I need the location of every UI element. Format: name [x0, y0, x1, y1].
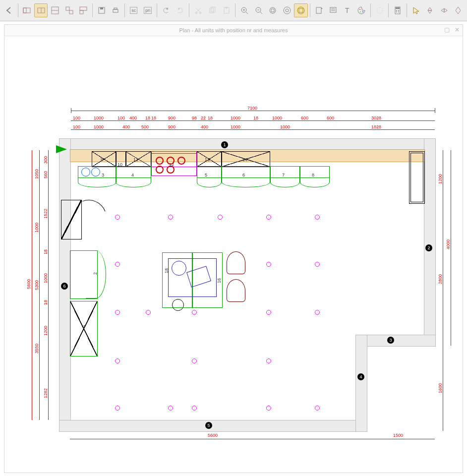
dim-left-overall: [32, 150, 32, 420]
plan-canvas[interactable]: 1 2 3 4 5 6: [4, 36, 463, 473]
svg-rect-32: [299, 8, 303, 12]
plan-window: Plan - All units with position nr and me…: [4, 24, 463, 473]
light3-button[interactable]: [451, 3, 465, 17]
unit-num-10: 10: [117, 162, 122, 167]
zoom-out-button[interactable]: [252, 3, 266, 17]
wall-top: [59, 138, 436, 150]
view-c-button[interactable]: [48, 3, 62, 17]
light-icon: [168, 406, 173, 411]
unit-num-7: 7: [282, 173, 285, 178]
close-icon[interactable]: ✕: [455, 26, 460, 33]
dim-top-overall-val: 7100: [247, 106, 257, 111]
view-d-button[interactable]: [62, 3, 76, 17]
sc-button[interactable]: sc: [127, 3, 141, 17]
light-icon: [266, 358, 271, 363]
light-icon: [115, 406, 120, 411]
unit-num-11: 11: [133, 157, 138, 162]
light-icon: [315, 262, 320, 267]
wall-badge-1: 1: [221, 141, 228, 148]
svg-point-38: [359, 9, 360, 10]
undo-button[interactable]: [159, 3, 173, 17]
wall-bottom: [59, 420, 367, 432]
svg-rect-28: [271, 9, 274, 12]
pointer-button[interactable]: [409, 3, 423, 17]
light1-button[interactable]: [423, 3, 437, 17]
circle-button[interactable]: [373, 3, 387, 17]
door-5: [197, 177, 222, 187]
wall-right-upper: [424, 138, 436, 347]
unit-num-12: 12: [169, 162, 174, 167]
dim-right-3: [443, 346, 443, 431]
dim-bottom-2: [366, 439, 435, 439]
unit-num-2: 2: [93, 272, 98, 275]
maximize-icon[interactable]: ▢: [444, 26, 450, 33]
dim-right-2: [451, 150, 451, 346]
wall-right-lower: [355, 335, 367, 432]
view-e-button[interactable]: [76, 3, 90, 17]
light-icon: [192, 358, 197, 363]
light-icon: [266, 262, 271, 267]
svg-text:T: T: [345, 6, 350, 14]
svg-rect-6: [66, 7, 69, 10]
print-button[interactable]: [109, 3, 122, 17]
chair-1: [227, 251, 245, 274]
view-a-button[interactable]: [20, 3, 34, 17]
pn-button[interactable]: pn: [141, 3, 155, 17]
svg-point-45: [398, 10, 399, 11]
svg-rect-8: [80, 7, 87, 10]
unit-num-4: 4: [131, 173, 134, 178]
svg-rect-7: [69, 10, 73, 14]
unit-num-13: 13: [205, 157, 210, 162]
svg-line-21: [246, 12, 248, 14]
light-icon: [218, 215, 223, 220]
cut-button[interactable]: [191, 3, 205, 17]
tall-unit-right: [409, 151, 425, 204]
note-button[interactable]: [312, 3, 326, 17]
svg-point-29: [284, 7, 291, 14]
redo-button[interactable]: [173, 3, 187, 17]
wall-badge-6: 6: [61, 283, 68, 290]
unit-num-5: 5: [205, 173, 207, 178]
light-icon: [192, 310, 197, 315]
unit-8: [300, 166, 330, 178]
wall-cab-9: [92, 151, 117, 167]
chair-2: [227, 279, 245, 302]
svg-rect-11: [100, 7, 103, 9]
unit-num-1: 1: [81, 325, 86, 327]
svg-rect-19: [226, 7, 228, 8]
text-button[interactable]: T: [341, 3, 354, 17]
light2-button[interactable]: [437, 3, 451, 17]
svg-rect-0: [23, 8, 30, 13]
svg-rect-13: [114, 8, 117, 9]
zoom-page-button[interactable]: [266, 3, 280, 17]
dim-right-1: [443, 150, 443, 346]
zoom-sel-button[interactable]: [280, 3, 294, 17]
copy-button[interactable]: [205, 3, 219, 17]
unit-num-6: 6: [242, 173, 245, 178]
view-b-button[interactable]: [34, 3, 48, 17]
wall-badge-3: 3: [387, 337, 394, 344]
door-7: [270, 177, 300, 187]
svg-rect-33: [316, 7, 321, 13]
unit-num-9: 9: [101, 157, 103, 162]
door-6: [222, 177, 270, 187]
note2-button[interactable]: [326, 3, 340, 17]
light-icon: [115, 310, 120, 315]
door-4: [116, 177, 151, 187]
svg-rect-9: [80, 10, 83, 14]
window-titlebar: Plan - All units with position nr and me…: [4, 25, 463, 36]
zoom-in-button[interactable]: [237, 3, 251, 17]
svg-rect-34: [330, 7, 336, 12]
palette-button[interactable]: [354, 3, 368, 17]
calc-button[interactable]: [391, 3, 405, 17]
zoom-win-button[interactable]: [294, 3, 308, 17]
paste-button[interactable]: [220, 3, 234, 17]
door-8: [300, 177, 330, 187]
unit-num-3: 3: [102, 173, 104, 178]
back-button[interactable]: [2, 3, 16, 17]
dim-top-row2: [71, 129, 435, 130]
save-button[interactable]: [95, 3, 109, 17]
dim-top-row1: [71, 120, 435, 121]
light-icon: [315, 215, 320, 220]
dim-left-col2: [39, 150, 40, 420]
